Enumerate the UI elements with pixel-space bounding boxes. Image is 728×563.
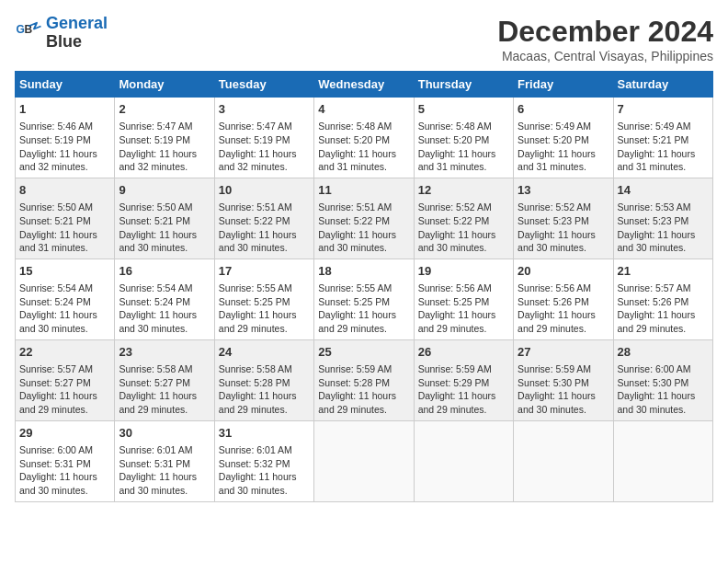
calendar-cell: 1Sunrise: 5:46 AM Sunset: 5:19 PM Daylig… <box>16 98 115 178</box>
calendar-cell: 6Sunrise: 5:49 AM Sunset: 5:20 PM Daylig… <box>514 98 613 178</box>
day-info: Sunrise: 6:00 AM Sunset: 5:30 PM Dayligh… <box>618 362 709 417</box>
header-cell: Friday <box>514 72 613 98</box>
calendar-table: SundayMondayTuesdayWednesdayThursdayFrid… <box>15 71 713 502</box>
day-info: Sunrise: 5:55 AM Sunset: 5:25 PM Dayligh… <box>318 282 409 336</box>
header-cell: Saturday <box>613 72 712 98</box>
calendar-cell: 23Sunrise: 5:58 AM Sunset: 5:27 PM Dayli… <box>115 339 214 420</box>
day-info: Sunrise: 5:59 AM Sunset: 5:28 PM Dayligh… <box>318 362 409 417</box>
calendar-week-row: 22Sunrise: 5:57 AM Sunset: 5:27 PM Dayli… <box>16 339 713 420</box>
calendar-cell: 8Sunrise: 5:50 AM Sunset: 5:21 PM Daylig… <box>16 178 115 259</box>
day-number: 16 <box>119 263 210 280</box>
logo: G B General Blue <box>15 15 108 52</box>
svg-text:G: G <box>17 23 25 36</box>
day-info: Sunrise: 5:50 AM Sunset: 5:21 PM Dayligh… <box>119 201 210 255</box>
day-number: 4 <box>318 101 409 118</box>
calendar-cell: 21Sunrise: 5:57 AM Sunset: 5:26 PM Dayli… <box>613 259 712 339</box>
header-cell: Monday <box>115 72 214 98</box>
calendar-cell: 3Sunrise: 5:47 AM Sunset: 5:19 PM Daylig… <box>214 98 313 178</box>
calendar-cell: 20Sunrise: 5:56 AM Sunset: 5:26 PM Dayli… <box>514 259 613 339</box>
day-number: 26 <box>418 344 509 361</box>
day-info: Sunrise: 5:49 AM Sunset: 5:21 PM Dayligh… <box>618 120 709 174</box>
day-info: Sunrise: 5:48 AM Sunset: 5:20 PM Dayligh… <box>418 120 509 174</box>
calendar-cell: 10Sunrise: 5:51 AM Sunset: 5:22 PM Dayli… <box>214 178 313 259</box>
day-number: 17 <box>219 263 310 280</box>
day-info: Sunrise: 5:57 AM Sunset: 5:26 PM Dayligh… <box>618 282 709 336</box>
day-number: 14 <box>618 182 709 199</box>
day-number: 9 <box>119 182 210 199</box>
day-number: 24 <box>219 344 310 361</box>
day-info: Sunrise: 5:48 AM Sunset: 5:20 PM Dayligh… <box>318 120 409 174</box>
day-info: Sunrise: 5:52 AM Sunset: 5:23 PM Dayligh… <box>518 201 609 255</box>
day-info: Sunrise: 6:01 AM Sunset: 5:31 PM Dayligh… <box>119 443 210 498</box>
page-header: G B General Blue December 2024 Macaas, C… <box>15 15 713 63</box>
calendar-week-row: 8Sunrise: 5:50 AM Sunset: 5:21 PM Daylig… <box>16 178 713 259</box>
day-number: 21 <box>618 263 709 280</box>
calendar-cell: 24Sunrise: 5:58 AM Sunset: 5:28 PM Dayli… <box>214 339 313 420</box>
calendar-cell <box>613 420 712 501</box>
calendar-cell: 5Sunrise: 5:48 AM Sunset: 5:20 PM Daylig… <box>414 98 513 178</box>
header-row: SundayMondayTuesdayWednesdayThursdayFrid… <box>16 72 713 98</box>
day-info: Sunrise: 5:56 AM Sunset: 5:25 PM Dayligh… <box>418 282 509 336</box>
day-info: Sunrise: 5:58 AM Sunset: 5:27 PM Dayligh… <box>119 362 210 417</box>
day-number: 7 <box>618 101 709 118</box>
day-info: Sunrise: 5:51 AM Sunset: 5:22 PM Dayligh… <box>219 201 310 255</box>
calendar-week-row: 29Sunrise: 6:00 AM Sunset: 5:31 PM Dayli… <box>16 420 713 501</box>
calendar-cell: 16Sunrise: 5:54 AM Sunset: 5:24 PM Dayli… <box>115 259 214 339</box>
day-info: Sunrise: 5:55 AM Sunset: 5:25 PM Dayligh… <box>219 282 310 336</box>
calendar-cell: 26Sunrise: 5:59 AM Sunset: 5:29 PM Dayli… <box>414 339 513 420</box>
day-number: 28 <box>618 344 709 361</box>
calendar-cell: 28Sunrise: 6:00 AM Sunset: 5:30 PM Dayli… <box>613 339 712 420</box>
calendar-cell: 27Sunrise: 5:59 AM Sunset: 5:30 PM Dayli… <box>514 339 613 420</box>
day-number: 8 <box>19 182 110 199</box>
day-number: 12 <box>418 182 509 199</box>
header-cell: Sunday <box>16 72 115 98</box>
day-info: Sunrise: 5:53 AM Sunset: 5:23 PM Dayligh… <box>618 201 709 255</box>
page-subtitle: Macaas, Central Visayas, Philippines <box>497 49 713 63</box>
calendar-cell: 14Sunrise: 5:53 AM Sunset: 5:23 PM Dayli… <box>613 178 712 259</box>
day-info: Sunrise: 5:47 AM Sunset: 5:19 PM Dayligh… <box>119 120 210 174</box>
day-number: 30 <box>119 425 210 442</box>
calendar-cell: 22Sunrise: 5:57 AM Sunset: 5:27 PM Dayli… <box>16 339 115 420</box>
calendar-week-row: 15Sunrise: 5:54 AM Sunset: 5:24 PM Dayli… <box>16 259 713 339</box>
calendar-cell: 31Sunrise: 6:01 AM Sunset: 5:32 PM Dayli… <box>214 420 313 501</box>
day-number: 27 <box>518 344 609 361</box>
day-number: 15 <box>19 263 110 280</box>
day-number: 11 <box>318 182 409 199</box>
calendar-cell: 11Sunrise: 5:51 AM Sunset: 5:22 PM Dayli… <box>314 178 414 259</box>
calendar-cell: 12Sunrise: 5:52 AM Sunset: 5:22 PM Dayli… <box>414 178 513 259</box>
day-info: Sunrise: 5:54 AM Sunset: 5:24 PM Dayligh… <box>119 282 210 336</box>
day-number: 13 <box>518 182 609 199</box>
day-number: 23 <box>119 344 210 361</box>
calendar-cell: 2Sunrise: 5:47 AM Sunset: 5:19 PM Daylig… <box>115 98 214 178</box>
page-title: December 2024 <box>497 15 713 49</box>
day-info: Sunrise: 5:59 AM Sunset: 5:29 PM Dayligh… <box>418 362 509 417</box>
day-info: Sunrise: 5:49 AM Sunset: 5:20 PM Dayligh… <box>518 120 609 174</box>
calendar-week-row: 1Sunrise: 5:46 AM Sunset: 5:19 PM Daylig… <box>16 98 713 178</box>
day-number: 19 <box>418 263 509 280</box>
calendar-body: 1Sunrise: 5:46 AM Sunset: 5:19 PM Daylig… <box>16 98 713 502</box>
day-number: 6 <box>518 101 609 118</box>
header-cell: Thursday <box>414 72 513 98</box>
day-info: Sunrise: 6:01 AM Sunset: 5:32 PM Dayligh… <box>219 443 310 498</box>
day-number: 10 <box>219 182 310 199</box>
calendar-cell: 18Sunrise: 5:55 AM Sunset: 5:25 PM Dayli… <box>314 259 414 339</box>
calendar-cell <box>514 420 613 501</box>
day-info: Sunrise: 5:50 AM Sunset: 5:21 PM Dayligh… <box>19 201 110 255</box>
logo-icon: G B <box>15 19 42 47</box>
calendar-cell <box>314 420 414 501</box>
calendar-cell <box>414 420 513 501</box>
calendar-cell: 13Sunrise: 5:52 AM Sunset: 5:23 PM Dayli… <box>514 178 613 259</box>
calendar-header: SundayMondayTuesdayWednesdayThursdayFrid… <box>16 72 713 98</box>
day-number: 1 <box>19 101 110 118</box>
calendar-cell: 4Sunrise: 5:48 AM Sunset: 5:20 PM Daylig… <box>314 98 414 178</box>
day-info: Sunrise: 5:59 AM Sunset: 5:30 PM Dayligh… <box>518 362 609 417</box>
day-number: 31 <box>219 425 310 442</box>
day-info: Sunrise: 5:51 AM Sunset: 5:22 PM Dayligh… <box>318 201 409 255</box>
day-number: 25 <box>318 344 409 361</box>
day-number: 29 <box>19 425 110 442</box>
day-number: 18 <box>318 263 409 280</box>
day-info: Sunrise: 5:54 AM Sunset: 5:24 PM Dayligh… <box>19 282 110 336</box>
calendar-cell: 15Sunrise: 5:54 AM Sunset: 5:24 PM Dayli… <box>16 259 115 339</box>
calendar-cell: 30Sunrise: 6:01 AM Sunset: 5:31 PM Dayli… <box>115 420 214 501</box>
day-number: 20 <box>518 263 609 280</box>
